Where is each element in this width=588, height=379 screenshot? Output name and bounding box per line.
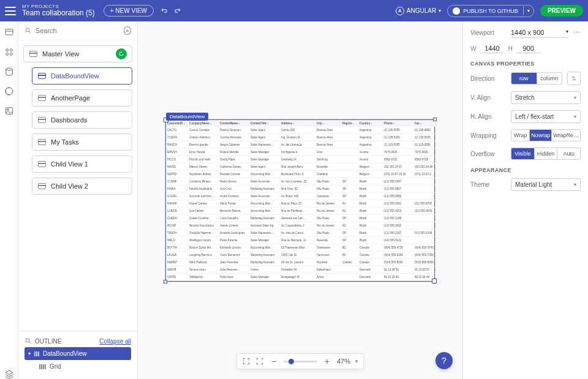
collapse-all-link[interactable]: Collapse all bbox=[99, 338, 131, 345]
artboard[interactable]: DataBoundView CustomerIDCompanyNameConta… bbox=[165, 119, 435, 282]
column-header[interactable]: Address bbox=[280, 120, 315, 127]
outline-child[interactable]: Grid bbox=[39, 360, 131, 373]
grid-cell: BOTTM bbox=[166, 244, 188, 252]
view-icon bbox=[38, 139, 46, 145]
view-item[interactable]: DataBoundView bbox=[32, 67, 132, 84]
fit-screen-icon[interactable] bbox=[242, 357, 251, 366]
grid-cell: ERNSH bbox=[166, 149, 188, 156]
column-header[interactable]: CustomerID bbox=[166, 120, 188, 127]
column-header[interactable]: Region bbox=[341, 120, 358, 127]
master-view-item[interactable]: Master View bbox=[23, 45, 132, 62]
viewport-select[interactable]: 1440 x 900▾ bbox=[511, 28, 568, 38]
search-icon bbox=[24, 26, 32, 35]
grid-cell: Charleroi bbox=[315, 171, 341, 178]
grid-cell: Kirchgasse 6 bbox=[280, 149, 315, 156]
theme-icon[interactable] bbox=[4, 86, 14, 96]
data-grid[interactable]: CustomerIDCompanyNameContactNameContactT… bbox=[166, 120, 434, 281]
column-header[interactable]: ContactTitle bbox=[249, 120, 280, 127]
zoom-slider[interactable] bbox=[284, 361, 317, 362]
framework-selector[interactable]: A ANGULAR ▾ bbox=[396, 7, 441, 15]
grid-cell: Janete Limeira bbox=[219, 222, 249, 230]
svg-point-1 bbox=[6, 49, 8, 51]
view-item[interactable]: My Tasks bbox=[32, 133, 132, 151]
grid-cell: 86 22 33 44 bbox=[413, 274, 435, 281]
grid-cell: Piccolo und mehr bbox=[188, 156, 219, 163]
outline-title: OUTLINE bbox=[35, 338, 61, 345]
grid-cell: Canada bbox=[358, 259, 383, 266]
grid-cell: Århus bbox=[315, 274, 341, 281]
grid-cell: SUPRD bbox=[166, 171, 188, 178]
column-header[interactable]: ContactName bbox=[219, 120, 249, 127]
grid-cell: HANAR bbox=[166, 200, 188, 208]
grid-cell: LAUGB bbox=[166, 252, 188, 259]
view-item[interactable]: Child View 2 bbox=[32, 178, 132, 195]
width-input[interactable]: 1440 bbox=[480, 44, 504, 53]
column-header[interactable]: Phone bbox=[383, 120, 413, 127]
grid-cell: (1) 135-5535 bbox=[413, 134, 435, 141]
column-header[interactable]: CompanyName bbox=[188, 120, 219, 127]
data-icon[interactable] bbox=[4, 67, 14, 77]
grid-cell: (21) 555-3412 bbox=[383, 222, 413, 230]
column-header[interactable]: City bbox=[315, 120, 341, 127]
components-icon[interactable] bbox=[4, 47, 14, 57]
direction-toggle[interactable]: row column bbox=[511, 72, 562, 84]
column-header[interactable]: Country bbox=[358, 120, 383, 127]
menu-icon[interactable] bbox=[5, 7, 16, 15]
height-input[interactable]: 900 bbox=[516, 44, 541, 53]
grid-cell: Rua do Mercado, 12 bbox=[280, 237, 315, 244]
chevron-down-icon[interactable]: ▾ bbox=[355, 358, 358, 364]
grid-cell: RJ bbox=[341, 208, 358, 215]
grid-cell: 7675-3425 bbox=[383, 149, 413, 156]
grid-cell: Ing. Gustavo M… bbox=[280, 134, 315, 141]
zoom-out-button[interactable]: − bbox=[269, 356, 279, 366]
grid-cell: (514) 555-8055 bbox=[413, 259, 435, 266]
view-item[interactable]: AnotherPage bbox=[32, 89, 132, 107]
grid-cell: Buenos Aires bbox=[315, 134, 341, 141]
new-view-button[interactable]: + NEW VIEW bbox=[104, 5, 154, 17]
outline-root[interactable]: ▾ DataBoundView bbox=[24, 347, 131, 360]
zoom-in-button[interactable]: + bbox=[322, 356, 332, 366]
grid-cell: Palle Ibsen bbox=[219, 274, 249, 281]
swap-axis-button[interactable] bbox=[567, 72, 581, 85]
view-item[interactable]: Child View 1 bbox=[32, 156, 132, 173]
theme-select[interactable]: Material Light bbox=[511, 178, 581, 191]
grid-cell: Buenos Aires bbox=[315, 141, 341, 149]
view-item[interactable]: Dashboards bbox=[32, 111, 132, 129]
assets-icon[interactable] bbox=[4, 106, 14, 116]
column-header[interactable]: Fax bbox=[413, 120, 435, 127]
overflow-toggle[interactable]: Visible Hidden Auto bbox=[511, 148, 581, 160]
redo-icon[interactable] bbox=[173, 7, 182, 15]
view-icon bbox=[38, 73, 46, 79]
grid-cell: Av. dos Lusíadas, 23 bbox=[280, 178, 315, 186]
grid-cell: COMMI bbox=[166, 178, 188, 186]
publish-dropdown[interactable]: ▾ bbox=[523, 6, 533, 15]
grid-cell: (604) 555-7293 bbox=[413, 252, 435, 259]
valign-select[interactable]: Stretch bbox=[511, 91, 581, 104]
wrapping-toggle[interactable]: Wrap Nowrap WrapRe… bbox=[511, 129, 581, 141]
more-icon[interactable]: ⋯ bbox=[573, 29, 581, 37]
undo-icon[interactable] bbox=[160, 7, 168, 15]
grid-cell: São Paulo bbox=[315, 215, 341, 222]
grid-cell: Aria Cruz bbox=[219, 186, 249, 193]
svg-point-2 bbox=[10, 49, 12, 51]
publish-github-button[interactable]: PUBLISH TO GITHUB ▾ bbox=[447, 5, 534, 17]
grid-cell: Canada bbox=[358, 252, 383, 259]
help-button[interactable]: ? bbox=[435, 352, 453, 369]
layouts-icon[interactable] bbox=[4, 28, 14, 37]
search-input[interactable] bbox=[36, 27, 120, 34]
grid-cell bbox=[341, 156, 358, 163]
fullscreen-icon[interactable] bbox=[255, 357, 264, 366]
search-icon bbox=[24, 337, 32, 345]
halign-select[interactable]: Left / flex-start bbox=[511, 110, 581, 123]
grid-cell: Rio de Janeiro bbox=[315, 208, 341, 215]
layers-icon[interactable] bbox=[4, 369, 14, 379]
add-view-button[interactable]: + bbox=[124, 26, 131, 35]
project-meta: MY PROJECTS Team collaboration (5) bbox=[22, 4, 95, 18]
grid-cell: Buenos Aires bbox=[315, 127, 341, 134]
grid-cell: Ricardo Adocicados bbox=[188, 222, 219, 230]
grid-cell: Simons bistro bbox=[188, 266, 219, 274]
grid-cell: Campinas bbox=[315, 193, 341, 200]
svg-point-4 bbox=[10, 53, 12, 55]
preview-button[interactable]: PREVIEW bbox=[540, 5, 583, 17]
grid-cell: (1) 135-4892 bbox=[413, 127, 435, 134]
